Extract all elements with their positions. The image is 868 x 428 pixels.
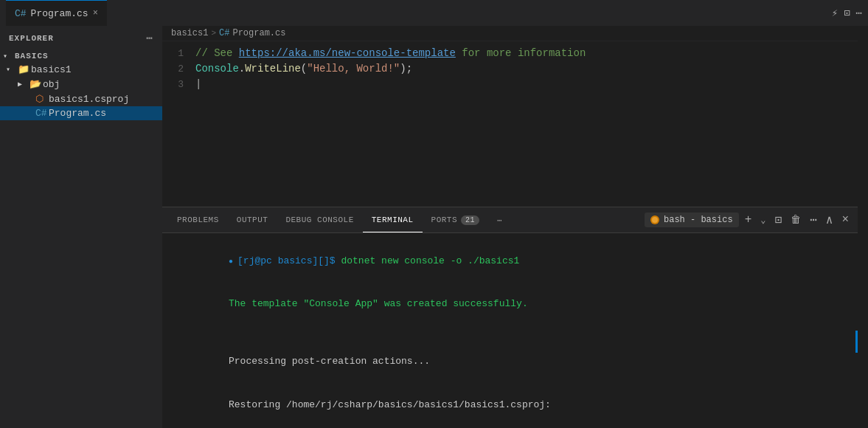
tab-problems[interactable]: PROBLEMS	[168, 207, 228, 232]
split-editor-icon[interactable]: ⊡	[844, 7, 850, 19]
chevron-down-icon[interactable]: ⌄	[757, 213, 768, 227]
editor-scrollbar[interactable]	[850, 41, 858, 207]
close-panel-icon[interactable]: ×	[839, 212, 852, 228]
editor-tabs: C# Program.cs ×	[6, 0, 107, 26]
breadcrumb-cs-icon: C#	[219, 28, 229, 38]
folder-icon: 📂	[29, 78, 43, 90]
split-terminal-icon[interactable]: ⊡	[771, 211, 785, 229]
right-gutter	[858, 26, 868, 428]
bash-indicator[interactable]: bash - basics	[645, 213, 739, 227]
code-editor[interactable]: 1 // See https://aka.ms/new-console-temp…	[162, 41, 858, 207]
term-normal-1: Processing post-creation actions...	[229, 356, 430, 367]
cs-file-icon: C#	[15, 8, 27, 19]
tab-label: Program.cs	[31, 8, 88, 19]
explorer-title: EXPLORER	[9, 34, 54, 43]
term-line-2: The template "Console App" was created s…	[171, 283, 849, 326]
tab-output-label: OUTPUT	[237, 215, 268, 224]
tab-ports-label: PORTS	[431, 215, 458, 224]
line-num-3: 3	[162, 77, 195, 92]
folder-open-icon: 📁	[18, 63, 31, 75]
tab-ports[interactable]: PORTS 21	[423, 207, 489, 232]
panel-right-controls: bash - basics + ⌄ ⊡ 🗑 ⋯ ∧ ×	[645, 211, 852, 229]
tab-more[interactable]: ⋯	[488, 207, 511, 232]
csproj-icon: ⬡	[35, 93, 49, 105]
sidebar-more-icon[interactable]: ⋯	[147, 32, 153, 44]
bash-dot-inner	[652, 217, 658, 223]
tab-terminal-label: TERMINAL	[372, 215, 414, 224]
terminal-content[interactable]: ● [rj@pc basics][]$ dotnet new console -…	[162, 233, 858, 428]
folder-arrow: ▾	[6, 65, 18, 74]
code-line-3: 3	[162, 77, 858, 92]
sidebar-item-programcs[interactable]: C# Program.cs	[0, 106, 162, 120]
tab-output[interactable]: OUTPUT	[228, 207, 277, 232]
term-normal-2: Restoring /home/rj/csharp/basics/basics1…	[229, 399, 551, 410]
maximize-panel-icon[interactable]: ∧	[823, 211, 836, 229]
breadcrumb-basics1: basics1	[171, 28, 208, 38]
tab-problems-label: PROBLEMS	[177, 215, 219, 224]
terminal-panel: PROBLEMS OUTPUT DEBUG CONSOLE TERMINAL P…	[162, 207, 858, 428]
sidebar-header-icons: ⋯	[147, 32, 153, 44]
line-content-1: // See https://aka.ms/new-console-templa…	[195, 46, 858, 61]
code-line-2: 2 Console.WriteLine("Hello, World!");	[162, 61, 858, 77]
section-label: BASICS	[15, 52, 49, 61]
term-line-blank-1	[171, 325, 849, 340]
tab-terminal[interactable]: TERMINAL	[363, 207, 423, 232]
program-cs-tab[interactable]: C# Program.cs ×	[6, 0, 107, 26]
file-tree: ▾ BASICS ▾ 📁 basics1 ▶ 📂 obj ⬡ basics1.c…	[0, 50, 162, 120]
kill-terminal-icon[interactable]: 🗑	[788, 213, 804, 227]
more-terminal-icon[interactable]: ⋯	[807, 211, 820, 229]
tab-debug-label: DEBUG CONSOLE	[285, 215, 353, 224]
breadcrumb-programcs: Program.cs	[232, 28, 285, 38]
more-actions-icon[interactable]: ⋯	[856, 7, 862, 19]
term-success-1: The template "Console App" was created s…	[229, 298, 528, 309]
tab-debug-console[interactable]: DEBUG CONSOLE	[277, 207, 362, 232]
line-num-1: 1	[162, 46, 195, 61]
csproj-label: basics1.csproj	[49, 94, 129, 105]
cs-icon: C#	[35, 108, 49, 119]
tab-more-icon: ⋯	[497, 215, 502, 225]
breadcrumb-sep1: >	[211, 29, 216, 38]
editor-area: basics1 > C# Program.cs 1 // See https:/…	[162, 26, 858, 428]
run-icon[interactable]: ⚡	[832, 7, 838, 19]
tab-close-button[interactable]: ×	[93, 8, 98, 18]
code-line-1: 1 // See https://aka.ms/new-console-temp…	[162, 46, 858, 61]
line-content-2: Console.WriteLine("Hello, World!");	[195, 61, 858, 76]
panel-tabs: PROBLEMS OUTPUT DEBUG CONSOLE TERMINAL P…	[162, 207, 858, 233]
line-content-3	[195, 77, 858, 92]
term-circle-1: ●	[229, 258, 237, 266]
programcs-label: Program.cs	[49, 108, 106, 119]
sidebar-header: EXPLORER ⋯	[0, 26, 162, 50]
term-prompt-1: [rj@pc basics][]$	[237, 255, 341, 266]
line-num-2: 2	[162, 62, 195, 77]
top-bar-right-icons: ⚡ ⊡ ⋯	[832, 7, 862, 19]
sidebar-item-basics1[interactable]: ▾ 📁 basics1	[0, 62, 162, 77]
obj-arrow: ▶	[18, 80, 29, 89]
bash-label: bash - basics	[664, 215, 733, 225]
add-terminal-icon[interactable]: +	[742, 212, 755, 228]
basics1-label: basics1	[31, 64, 72, 75]
main-layout: EXPLORER ⋯ ▾ BASICS ▾ 📁 basics1 ▶ 📂 obj	[0, 26, 868, 428]
bash-dot	[650, 215, 659, 224]
sidebar-item-obj[interactable]: ▶ 📂 obj	[0, 77, 162, 92]
obj-label: obj	[43, 79, 60, 90]
ports-badge: 21	[461, 215, 479, 225]
breadcrumb: basics1 > C# Program.cs	[162, 26, 858, 41]
title-bar: C# Program.cs × ⚡ ⊡ ⋯	[0, 0, 868, 26]
term-line-1: ● [rj@pc basics][]$ dotnet new console -…	[171, 239, 849, 283]
term-command-1: dotnet new console -o ./basics1	[341, 255, 519, 266]
sidebar: EXPLORER ⋯ ▾ BASICS ▾ 📁 basics1 ▶ 📂 obj	[0, 26, 162, 428]
term-line-3: Processing post-creation actions...	[171, 340, 849, 384]
section-basics[interactable]: ▾ BASICS	[0, 50, 162, 62]
term-line-4: Restoring /home/rj/csharp/basics/basics1…	[171, 383, 849, 427]
section-arrow: ▾	[3, 52, 15, 61]
terminal-scrollbar-bar	[855, 331, 858, 353]
sidebar-item-csproj[interactable]: ⬡ basics1.csproj	[0, 92, 162, 106]
